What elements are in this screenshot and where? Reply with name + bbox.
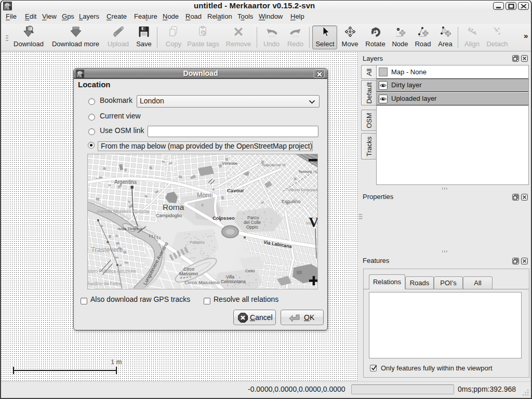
svg-text:stero Pubblica Istruzione: stero Pubblica Istruzione <box>88 269 136 274</box>
svg-text:Esquilino: Esquilino <box>282 199 301 204</box>
svg-text:Massimo: Massimo <box>179 271 198 276</box>
svg-text:Palatino: Palatino <box>190 240 205 245</box>
svg-text:Arenula Ministero Giustizia: Arenula Ministero Giustizia <box>97 209 149 214</box>
svg-text:Campidoglio: Campidoglio <box>156 213 182 218</box>
svg-text:Napoleone III: Napoleone III <box>262 163 286 167</box>
svg-text:Viminale: Viminale <box>222 161 238 166</box>
svg-text:V: V <box>309 215 318 230</box>
svg-text:Celio: Celio <box>245 269 255 273</box>
svg-text:Termini - La: Termini - La <box>298 169 318 174</box>
svg-text:Argentina: Argentina <box>114 179 137 185</box>
svg-text:Oppio: Oppio <box>246 224 258 230</box>
svg-text:Monti: Monti <box>197 192 213 199</box>
svg-text:Cavour: Cavour <box>227 188 244 193</box>
svg-text:Vittorio Emanuele: Vittorio Emanuele <box>288 188 318 192</box>
svg-text:1 m: 1 m <box>111 359 122 366</box>
svg-text:Roma: Roma <box>163 203 184 211</box>
svg-text:Circo Massimo: Circo Massimo <box>184 280 220 285</box>
svg-text:Celimontana: Celimontana <box>221 279 246 284</box>
svg-text:Isola Tiberina: Isola Tiberina <box>117 227 142 231</box>
svg-text:Trastevere: Trastevere <box>91 246 123 254</box>
svg-text:Colosseo: Colosseo <box>212 215 235 221</box>
svg-text:hardino da Feltre: hardino da Feltre <box>88 281 122 286</box>
